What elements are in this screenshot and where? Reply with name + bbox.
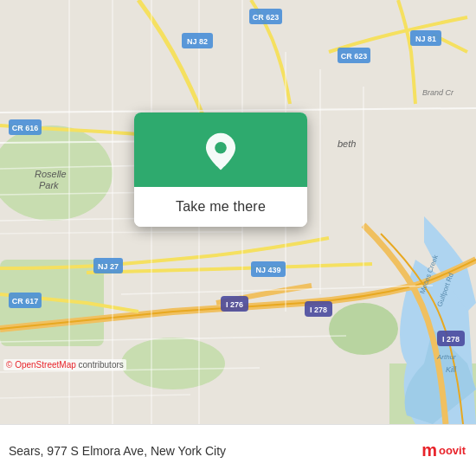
svg-text:NJ 82: NJ 82: [187, 37, 208, 46]
bottom-bar: Sears, 977 S Elmora Ave, New York City m…: [0, 424, 476, 476]
svg-text:NJ 81: NJ 81: [415, 35, 436, 43]
svg-text:CR 623: CR 623: [253, 13, 280, 22]
osm-attribution: © OpenStreetMap contributors: [3, 359, 126, 370]
take-me-there-button[interactable]: Take me there: [134, 187, 307, 227]
svg-text:Kill: Kill: [446, 365, 457, 374]
svg-text:I 278: I 278: [310, 306, 327, 314]
moovit-logo-text: m: [421, 441, 437, 460]
svg-text:CR 623: CR 623: [341, 52, 368, 61]
svg-text:I 276: I 276: [226, 300, 243, 309]
svg-point-3: [329, 303, 398, 355]
moovit-brand-text: oovit: [439, 444, 466, 457]
location-text: Sears, 977 S Elmora Ave, New York City: [9, 444, 226, 458]
svg-text:Roselle: Roselle: [35, 169, 67, 179]
svg-text:I 278: I 278: [442, 335, 460, 344]
popup-header: [134, 113, 307, 187]
svg-text:CR 617: CR 617: [12, 297, 39, 306]
svg-text:NJ 27: NJ 27: [98, 262, 119, 271]
location-pin-icon: [201, 132, 241, 171]
popup-card: Take me there: [134, 113, 307, 227]
svg-text:Park: Park: [39, 180, 59, 190]
svg-text:NJ 439: NJ 439: [255, 266, 280, 274]
svg-text:beth: beth: [338, 138, 356, 149]
svg-point-5: [121, 338, 225, 389]
svg-text:CR 616: CR 616: [12, 124, 39, 132]
svg-text:Brand Cr: Brand Cr: [422, 88, 454, 97]
moovit-logo: m oovit: [421, 441, 466, 460]
osm-link[interactable]: OpenStreetMap: [15, 360, 76, 370]
svg-text:Arthur: Arthur: [436, 353, 456, 361]
svg-point-36: [215, 142, 227, 154]
